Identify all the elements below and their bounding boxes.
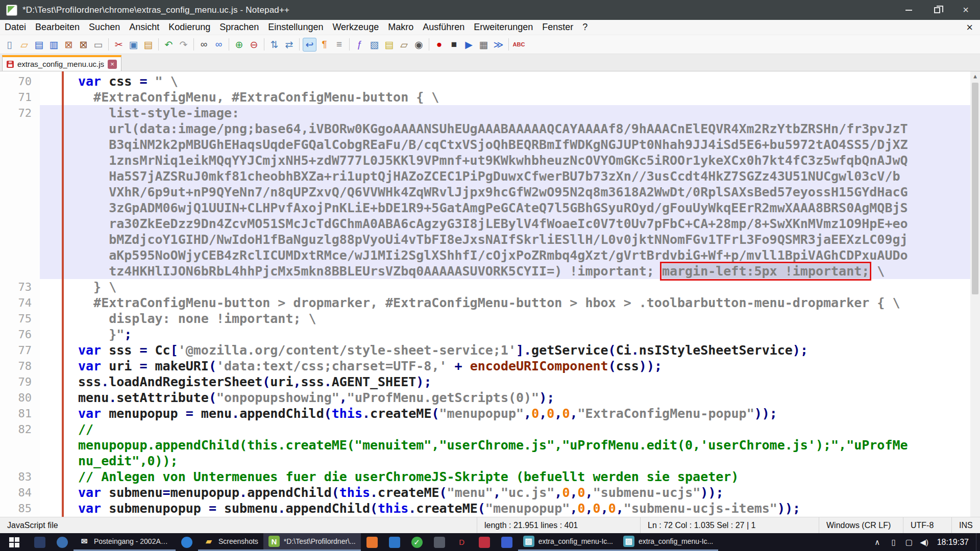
bookmark-margin[interactable] xyxy=(40,153,63,168)
bookmark-margin[interactable] xyxy=(40,421,63,437)
code-row[interactable]: 1znsMrNiq1eikMQqYYJCmjxNH5+zdW777L0J5KKl… xyxy=(0,153,980,168)
play-macro-icon[interactable]: ▶ xyxy=(462,38,476,52)
zoom-out-icon[interactable]: ⊖ xyxy=(247,38,261,52)
code-row[interactable]: aKp595NoOWjyCEB4zRclICUMDxtRMce/wJ1MIi2S… xyxy=(0,247,980,263)
bookmark-margin[interactable] xyxy=(40,374,63,390)
volume-icon[interactable]: ◀) xyxy=(917,538,932,547)
code-row[interactable]: tz4HKHlIJON6bRbL4hhPjcMx5mkn8BBLEUrsVZbq… xyxy=(0,263,980,279)
bookmark-margin[interactable] xyxy=(40,500,63,516)
close-all-icon[interactable]: ⊠ xyxy=(77,38,90,52)
code-row[interactable]: 84var submenu=menupopup.appendChild(this… xyxy=(0,485,980,500)
taskbar-screenshots-window[interactable]: ▰Screenshots xyxy=(198,533,263,551)
scrollbar-thumb[interactable] xyxy=(972,83,978,294)
word-wrap-icon[interactable]: ↩ xyxy=(303,38,316,52)
menu-fenster[interactable]: Fenster xyxy=(537,20,578,34)
bookmark-margin[interactable] xyxy=(40,358,63,374)
blue-app2-icon[interactable] xyxy=(496,533,518,551)
code-row[interactable]: 80menu.setAttribute("onpopupshowing","uP… xyxy=(0,390,980,406)
indent-guide-icon[interactable]: ≡ xyxy=(332,38,346,52)
bookmark-margin[interactable] xyxy=(40,105,63,121)
browser-circle-icon[interactable] xyxy=(51,533,74,551)
bookmark-margin[interactable] xyxy=(40,279,63,295)
bookmark-margin[interactable] xyxy=(40,216,63,232)
bookmark-margin[interactable] xyxy=(40,121,63,137)
menu-suchen[interactable]: Suchen xyxy=(84,20,125,34)
paste-icon[interactable]: ▤ xyxy=(141,38,155,52)
code-row[interactable]: 70var css = " \ xyxy=(0,73,980,89)
app-dark-icon[interactable] xyxy=(29,533,51,551)
save-icon[interactable]: ▤ xyxy=(32,38,46,52)
menu-erweiterungen[interactable]: Erweiterungen xyxy=(469,20,537,34)
menubar-close-icon[interactable]: × xyxy=(959,21,980,34)
code-row[interactable]: ra30ZkEeDzz9Dn4ZcvMO51SMcJcTdGChmA0ABA6c… xyxy=(0,216,980,232)
code-row[interactable]: bMZdjcoY1GIHD/NwIdoH1fBaNguzlg88pVyoUi4v… xyxy=(0,232,980,247)
run-macro-icon[interactable]: ≫ xyxy=(492,38,505,52)
record-macro-icon[interactable]: ● xyxy=(432,38,446,52)
taskbar-image1-window[interactable]: ▨extra_config_menu-Ic... xyxy=(518,533,618,551)
blue-dot-icon[interactable] xyxy=(176,533,198,551)
menu-makro[interactable]: Makro xyxy=(383,20,418,34)
code-row[interactable]: B3qiNM2k2pMBUGhEHaqsUqdeFGQalCobgREaFu/B… xyxy=(0,137,980,153)
code-row[interactable]: 72 list-style-image: xyxy=(0,105,980,121)
battery-icon[interactable]: ▯ xyxy=(886,538,901,547)
show-desktop-button[interactable] xyxy=(976,533,980,551)
code-row[interactable]: 78var uri = makeURI('data:text/css;chars… xyxy=(0,358,980,374)
taskbar-mail-window[interactable]: ✉Posteingang - 2002An... xyxy=(74,533,176,551)
red-app-icon[interactable] xyxy=(473,533,496,551)
stop-macro-icon[interactable]: ■ xyxy=(447,38,461,52)
bookmark-margin[interactable] xyxy=(40,342,63,358)
copy-icon[interactable]: ▣ xyxy=(127,38,140,52)
code-row[interactable]: Ha5S7jAZSRuJ0mkf81cheobhBXZa+ri1uptQjHAZ… xyxy=(0,168,980,184)
code-row[interactable]: 73 } \ xyxy=(0,279,980,295)
bookmark-margin[interactable] xyxy=(40,311,63,327)
open-folder-icon[interactable]: ▱ xyxy=(17,38,31,52)
close-doc-icon[interactable]: ⊠ xyxy=(62,38,76,52)
find-icon[interactable]: ∞ xyxy=(197,38,211,52)
function-list-icon[interactable]: ƒ xyxy=(353,38,366,52)
menu-kodierung[interactable]: Kodierung xyxy=(164,20,215,34)
menu-datei[interactable]: Datei xyxy=(0,20,31,34)
orange-app-icon[interactable] xyxy=(361,533,383,551)
code-row[interactable]: 71 #ExtraConfigMenu, #ExtraConfigMenu-bu… xyxy=(0,89,980,105)
bookmark-margin[interactable] xyxy=(40,263,63,279)
sync-vertical-icon[interactable]: ⇅ xyxy=(267,38,281,52)
save-all-icon[interactable]: ▥ xyxy=(47,38,61,52)
menu-sprachen[interactable]: Sprachen xyxy=(215,20,263,34)
redo-icon[interactable]: ↷ xyxy=(177,38,190,52)
tab-extras-config-menu[interactable]: extras_config_menu.uc.js × xyxy=(2,55,121,71)
code-row[interactable]: 74 #ExtraConfigMenu-button > dropmarker,… xyxy=(0,295,980,311)
bookmark-margin[interactable] xyxy=(40,73,63,89)
monitoring-icon[interactable]: ◉ xyxy=(412,38,426,52)
scroll-up-icon[interactable]: ▲ xyxy=(973,71,977,82)
bookmark-margin[interactable] xyxy=(40,453,63,469)
start-button[interactable] xyxy=(0,533,29,551)
code-row[interactable]: menupopup.appendChild(this.createME("men… xyxy=(0,437,980,453)
taskbar-notepadpp-window[interactable]: N*D:\Test\Profilordner\... xyxy=(263,533,361,551)
menu-bearbeiten[interactable]: Bearbeiten xyxy=(31,20,84,34)
code-row[interactable]: VXhR/6p9ut+nP9QYeNn7/n8qUPZxvQ/Q6VVWHk4Z… xyxy=(0,184,980,200)
bookmark-margin[interactable] xyxy=(40,200,63,216)
menu-einstellungen[interactable]: Einstellungen xyxy=(263,20,328,34)
blue-app-icon[interactable] xyxy=(383,533,406,551)
vertical-scrollbar[interactable]: ▲ xyxy=(970,71,980,517)
code-row[interactable]: 83// Anlegen von Untermenues fuer die us… xyxy=(0,469,980,485)
document-map-icon[interactable]: ▧ xyxy=(368,38,381,52)
code-row[interactable]: nu_edit",0)); xyxy=(0,453,980,469)
bookmark-margin[interactable] xyxy=(40,295,63,311)
menu-werkzeuge[interactable]: Werkzeuge xyxy=(328,20,383,34)
bookmark-margin[interactable] xyxy=(40,89,63,105)
print-icon[interactable]: ▭ xyxy=(91,38,105,52)
code-row[interactable]: 81var menupopup = menu.appendChild(this.… xyxy=(0,406,980,421)
replace-icon[interactable]: ∞ xyxy=(212,38,226,52)
bookmark-margin[interactable] xyxy=(40,390,63,406)
menu-ansicht[interactable]: Ansicht xyxy=(125,20,164,34)
bookmark-margin[interactable] xyxy=(40,137,63,153)
tray-chevron-up-icon[interactable]: ∧ xyxy=(870,538,885,547)
code-row[interactable]: 77var sss = Cc['@mozilla.org/content/sty… xyxy=(0,342,980,358)
undo-icon[interactable]: ↶ xyxy=(162,38,176,52)
taskbar-image2-window[interactable]: ▨extra_config_menu-Ic... xyxy=(618,533,718,551)
green-check-icon[interactable]: ✓ xyxy=(406,533,428,551)
code-row[interactable]: url(data:image/png;base64,iVBORw0KGgoAAA… xyxy=(0,121,980,137)
bookmark-margin[interactable] xyxy=(40,469,63,485)
code-row[interactable]: 75 display: none !important; \ xyxy=(0,311,980,327)
